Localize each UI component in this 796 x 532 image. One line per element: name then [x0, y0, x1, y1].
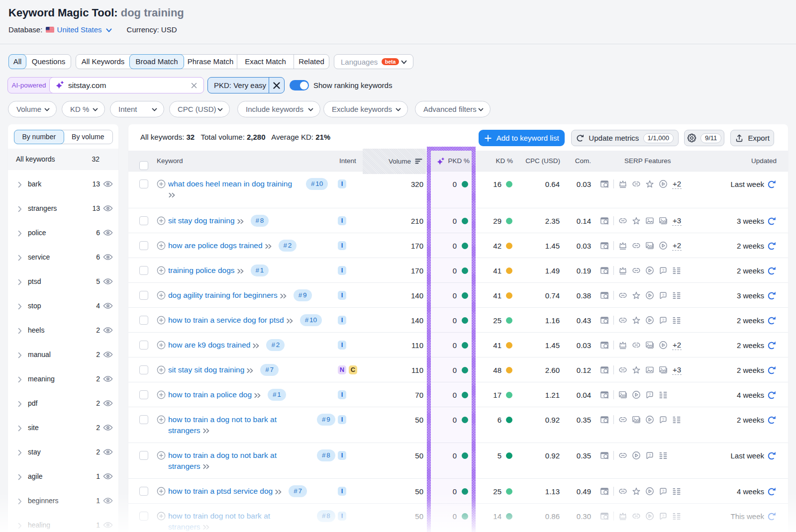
svg-text:?: ?	[662, 268, 665, 272]
svg-text:?: ?	[662, 417, 665, 422]
svg-text:?: ?	[662, 293, 665, 297]
svg-text:?: ?	[649, 453, 651, 457]
svg-text:?: ?	[662, 318, 665, 322]
svg-text:?: ?	[649, 392, 651, 397]
